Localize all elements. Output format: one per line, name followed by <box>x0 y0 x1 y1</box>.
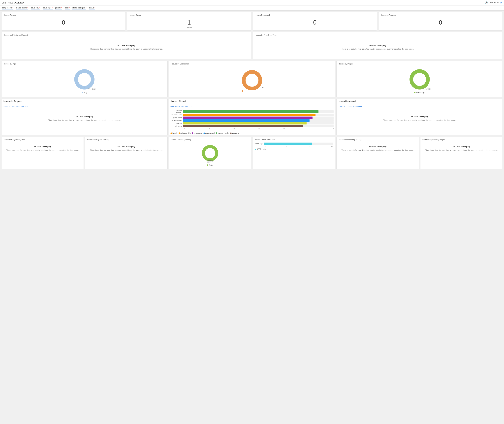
inprogress-project-no-data: No Data to Display There is no data for … <box>87 142 165 155</box>
filter-status-category[interactable]: status_category <box>72 6 86 9</box>
bar-track-1 <box>183 110 334 113</box>
project-legend-label: ASDF Logic <box>416 92 425 94</box>
closed-legend: jikar oliy mukeshas kithn qwerty power s… <box>170 132 334 134</box>
closed-project-legend: ASDF Logic <box>255 148 333 150</box>
in-progress-body: Issues In Progress by assignee No Data t… <box>1 104 167 130</box>
stat-reopened-value: 0 <box>255 17 374 28</box>
inprogress-project-title: Issues In Progress by Proj... <box>87 139 165 141</box>
time-filter[interactable]: -24h <box>489 2 493 4</box>
legend-dot-qwerty <box>192 132 193 134</box>
clock-icon[interactable]: 🕐 <box>485 1 488 4</box>
svg-point-1 <box>81 76 88 83</box>
priority-type-row: Issues by Priority and Project No Data t… <box>1 32 503 59</box>
type-component-project-row: Issues by Type 1 (100.0%) Bug Bug Issues… <box>1 61 503 97</box>
filter-components[interactable]: components <box>2 6 13 9</box>
in-progress-no-data-title: No Data to Display <box>76 116 93 118</box>
in-progress-assignee-title: Issues In Progress by assignee <box>3 105 166 107</box>
reopened-project-card: Issues Reopened by Project No Data to Di… <box>420 137 503 169</box>
stat-inprogress-title: Issues In Progress <box>381 14 500 16</box>
legend-jikar: jikar oliy <box>170 132 178 134</box>
chevron-down-icon[interactable]: ▾ <box>497 1 498 4</box>
reopened-assignee-title: Issues Reopened by assignee <box>338 105 501 107</box>
type-over-time-no-data-desc: There is no data for your filter. You ca… <box>341 48 414 50</box>
bar-fill-3 <box>183 117 313 119</box>
issues-by-project-donut: 1 (100.0%) ASDF Logic ASDF Logic <box>339 66 500 95</box>
filter-priority[interactable]: priority <box>55 6 62 9</box>
filter-issue-key[interactable]: issue_key <box>31 6 40 9</box>
closed-priority-donut: 1 (100.0%) Major Major <box>171 142 249 168</box>
project-donut-svg: 1 (100.0%) ASDF Logic <box>408 68 431 91</box>
closed-project-title: Issues Closed by Project <box>255 139 333 141</box>
app-header: Jira - Issue Overview 🕐 -24h ↻ ▾ ⚙ <box>0 0 504 6</box>
h-axis: 00.511.5 <box>255 146 333 147</box>
legend-dot-usaxena <box>216 132 217 134</box>
closed-priority-legend: Major <box>207 164 213 166</box>
issues-by-type-donut: 1 (100.0%) Bug Bug <box>4 66 165 95</box>
bar-fill-4 <box>183 119 309 122</box>
filter-status[interactable]: status <box>89 6 95 9</box>
bar-fill-1 <box>183 110 319 113</box>
reopened-priority-title: Issues Reopened by Priority <box>339 139 417 141</box>
legend-qwerty: qwerty power <box>192 132 203 134</box>
bug-legend-label: Bug <box>84 92 87 94</box>
bar-track-2 <box>183 114 334 116</box>
reopened-panel: Issues Re-opened Issues Reopened by assi… <box>336 99 503 135</box>
bar-track-6 <box>183 125 334 127</box>
h-bar-label-1: ASDF Logic <box>255 143 264 145</box>
stat-card-reopened: Issues Reopened 0 <box>253 12 377 31</box>
legend-dot-jikar <box>170 132 172 134</box>
legend-yolo: yolo power <box>230 132 239 134</box>
closed-project-bar: ASDF Logic 00.511.5 ASDF Logic <box>255 142 333 151</box>
h-bar-fill-1 <box>264 143 312 145</box>
stat-cards-row: Issues Created 0 Issues Closed 1 Issues … <box>1 12 503 31</box>
svg-text:1 (100.0%): 1 (100.0%) <box>206 160 213 162</box>
svg-point-8 <box>242 90 243 92</box>
closed-priority-card: Issues Closed by Priority 1 (100.0%) Maj… <box>169 137 251 169</box>
project-legend: ASDF Logic <box>414 92 425 94</box>
bar-track-5 <box>183 122 334 125</box>
filter-icon[interactable]: ⚙ <box>500 1 502 4</box>
bar-fill-5 <box>183 122 307 125</box>
stat-closed-sub: Issues <box>130 26 249 28</box>
issues-by-component-card: Issues by Component 1 (100.0%) <box>169 61 335 97</box>
reopened-project-no-data: No Data to Display There is no data for … <box>422 142 501 155</box>
reopened-body: Issues Reopened by assignee No Data to D… <box>337 104 503 130</box>
filter-bar: components project_name issue_key issue_… <box>0 6 504 11</box>
bar-label-1: usaxena Pawelec <box>170 110 183 113</box>
type-donut-svg: 1 (100.0%) Bug <box>73 68 96 91</box>
svg-point-10 <box>416 76 423 83</box>
rp-project-no-data-desc: There is no data for your filter. You ca… <box>425 149 498 152</box>
issues-by-component-title: Issues by Component <box>172 63 332 65</box>
legend-label-sumana: sumana towell <box>205 132 215 134</box>
in-progress-section-title: Issues - In Progress <box>1 99 167 104</box>
type-over-time-no-data-title: No Data to Display <box>369 44 386 47</box>
bar-row-3: qwerty power <box>170 117 334 119</box>
legend-label-qwerty: qwerty power <box>194 132 203 134</box>
issues-by-priority-title: Issues by Priority and Project <box>4 34 249 36</box>
filter-issue-type[interactable]: issue_type <box>43 6 53 9</box>
filter-project-name[interactable]: project_name <box>16 6 28 9</box>
bar-label-5: jikar oliy <box>170 123 183 124</box>
bar-label-6: yolo power <box>170 125 183 127</box>
priority-no-data-title: No Data to Display <box>118 44 135 47</box>
closed-bar-chart: usaxena Pawelec mukeshas kithn qwerty po… <box>170 109 334 131</box>
reopened-no-data: No Data to Display There is no data for … <box>338 109 501 128</box>
legend-label-yolo: yolo power <box>232 132 239 134</box>
filter-label[interactable]: label <box>65 6 70 9</box>
in-progress-panel: Issues - In Progress Issues In Progress … <box>1 99 168 135</box>
legend-dot-yolo <box>230 132 232 134</box>
bar-row-6: yolo power <box>170 125 334 127</box>
bar-axis: 00.20.40.60.811.2 <box>170 128 334 130</box>
bar-row-4: sumana towell <box>170 119 334 122</box>
main-sections-row: Issues - In Progress Issues In Progress … <box>1 99 503 135</box>
closed-section-title: Issues - Closed <box>169 99 335 104</box>
inprogress-priority-card: Issues In Progress by Prior... No Data t… <box>1 137 84 169</box>
type-over-time-no-data: No Data to Display There is no data for … <box>255 37 500 57</box>
rp-priority-no-data-desc: There is no data for your filter. You ca… <box>341 149 414 152</box>
bar-row-5: jikar oliy <box>170 122 334 125</box>
ip-priority-no-data-desc: There is no data for your filter. You ca… <box>6 149 79 152</box>
refresh-icon[interactable]: ↻ <box>494 1 496 4</box>
closed-priority-title: Issues Closed by Priority <box>171 139 249 141</box>
h-bar-track-1 <box>264 143 333 145</box>
rp-project-no-data-title: No Data to Display <box>453 145 470 148</box>
